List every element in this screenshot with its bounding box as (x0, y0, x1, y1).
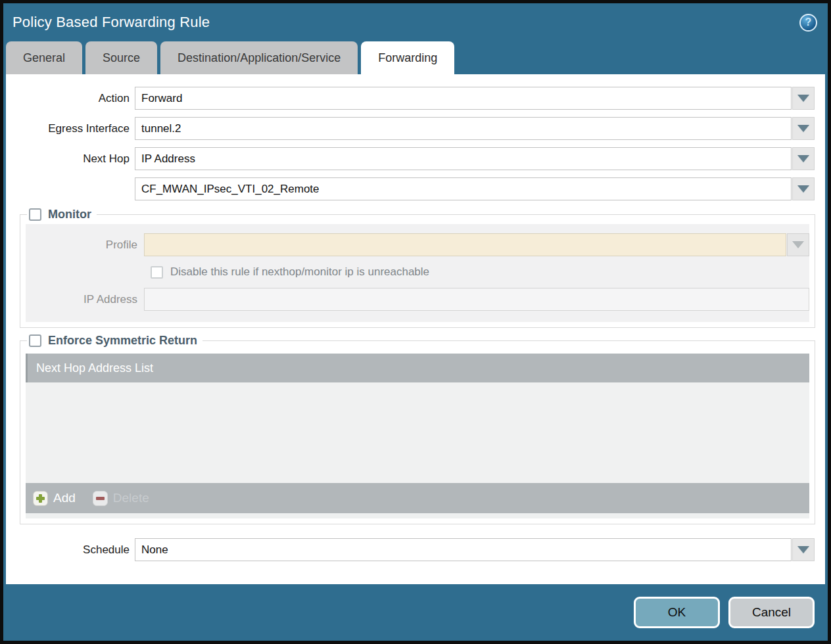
action-value[interactable]: Forward (135, 87, 792, 110)
egress-interface-value[interactable]: tunnel.2 (135, 117, 792, 140)
help-icon[interactable]: ? (799, 14, 817, 32)
next-hop-type-dropdown: IP Address (135, 147, 815, 170)
dialog-titlebar: Policy Based Forwarding Rule ? (3, 3, 828, 41)
next-hop-label: Next Hop (6, 152, 135, 166)
action-label: Action (6, 92, 135, 105)
monitor-ip-address-row: IP Address (26, 288, 809, 311)
chevron-down-icon (797, 185, 809, 193)
schedule-dropdown-button[interactable] (792, 538, 815, 561)
table-scroll-strip (26, 513, 809, 518)
form-row-schedule: Schedule None (6, 538, 825, 561)
next-hop-address-dropdown: CF_MWAN_IPsec_VTI_02_Remote (135, 177, 815, 200)
chevron-down-icon (792, 241, 804, 248)
egress-interface-dropdown: tunnel.2 (135, 117, 815, 140)
dialog-title: Policy Based Forwarding Rule (12, 14, 210, 31)
delete-button: Delete (93, 491, 149, 506)
egress-interface-dropdown-button[interactable] (792, 117, 815, 140)
next-hop-table-header: Next Hop Address List (26, 354, 809, 382)
tab-source[interactable]: Source (85, 41, 157, 74)
ok-button[interactable]: OK (634, 597, 720, 628)
form-row-next-hop-address: CF_MWAN_IPsec_VTI_02_Remote (6, 177, 825, 200)
monitor-ip-address-label: IP Address (26, 293, 144, 306)
monitor-checkbox[interactable] (29, 208, 41, 221)
add-button-label: Add (53, 491, 76, 505)
enforce-symmetric-return-checkbox[interactable] (29, 334, 41, 347)
plus-icon (33, 491, 48, 506)
next-hop-address-dropdown-button[interactable] (792, 177, 815, 200)
forwarding-tab-panel: Action Forward Egress Interface tunnel.2… (6, 74, 825, 584)
monitor-group: Monitor Profile Disable this rule if nex… (20, 208, 815, 328)
schedule-dropdown: None (135, 538, 815, 561)
form-row-action: Action Forward (6, 87, 825, 110)
disable-rule-checkbox (151, 266, 163, 279)
enforce-symmetric-return-legend-label: Enforce Symmetric Return (48, 334, 197, 348)
chevron-down-icon (797, 95, 809, 102)
tab-general[interactable]: General (6, 41, 82, 74)
enforce-symmetric-return-legend: Enforce Symmetric Return (27, 334, 202, 348)
tab-forwarding[interactable]: Forwarding (361, 41, 454, 74)
delete-button-label: Delete (113, 491, 149, 505)
egress-interface-label: Egress Interface (6, 122, 135, 135)
next-hop-address-value[interactable]: CF_MWAN_IPsec_VTI_02_Remote (135, 177, 792, 200)
schedule-value[interactable]: None (135, 538, 792, 561)
chevron-down-icon (797, 125, 809, 132)
profile-label: Profile (26, 239, 144, 252)
monitor-ip-address-input (144, 288, 809, 311)
monitor-disable-rule-row: Disable this rule if nexthop/monitor ip … (26, 265, 809, 279)
policy-based-forwarding-rule-dialog: Policy Based Forwarding Rule ? General S… (0, 0, 831, 644)
monitor-ip-address-field (144, 288, 809, 311)
profile-value (144, 233, 786, 256)
next-hop-table-toolbar: Add Delete (26, 483, 809, 513)
monitor-legend: Monitor (27, 208, 97, 221)
next-hop-type-dropdown-button[interactable] (792, 147, 815, 170)
form-row-egress-interface: Egress Interface tunnel.2 (6, 117, 825, 140)
next-hop-address-table: Next Hop Address List Add Delete (26, 354, 809, 518)
cancel-button[interactable]: Cancel (728, 597, 815, 628)
form-row-next-hop: Next Hop IP Address (6, 147, 825, 170)
profile-dropdown-button (787, 233, 809, 256)
action-dropdown-button[interactable] (792, 87, 815, 110)
monitor-profile-row: Profile (26, 233, 809, 256)
tab-bar: General Source Destination/Application/S… (3, 41, 828, 74)
next-hop-type-value[interactable]: IP Address (135, 147, 792, 170)
schedule-label: Schedule (6, 543, 135, 557)
disable-rule-label: Disable this rule if nexthop/monitor ip … (170, 265, 429, 279)
minus-icon (93, 491, 108, 506)
next-hop-table-body (26, 382, 809, 483)
add-button[interactable]: Add (33, 491, 76, 506)
enforce-symmetric-return-group: Enforce Symmetric Return Next Hop Addres… (20, 334, 815, 524)
monitor-legend-label: Monitor (48, 208, 91, 221)
profile-dropdown (144, 233, 809, 256)
action-dropdown: Forward (135, 87, 815, 110)
tab-destination-application-service[interactable]: Destination/Application/Service (160, 41, 358, 74)
dialog-footer: OK Cancel (3, 584, 828, 641)
chevron-down-icon (797, 546, 809, 553)
chevron-down-icon (797, 155, 809, 162)
next-hop-table-header-label: Next Hop Address List (36, 361, 153, 375)
monitor-body: Profile Disable this rule if nexthop/mon… (26, 224, 809, 322)
